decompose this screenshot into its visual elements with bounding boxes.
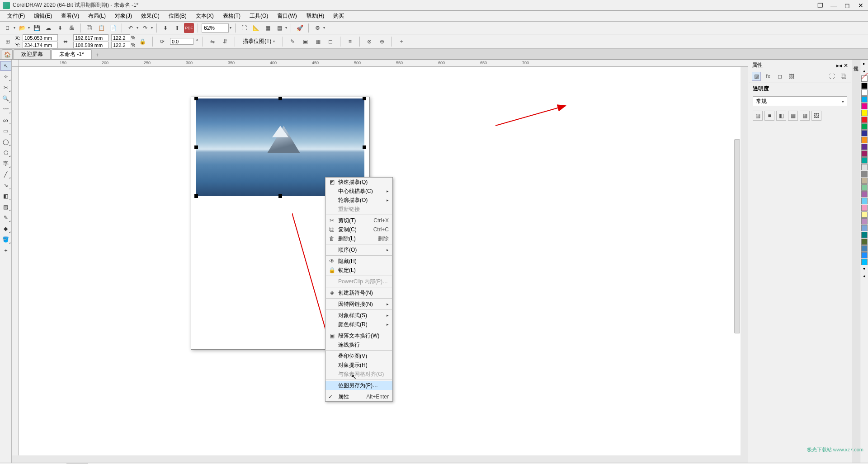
shape-tool[interactable]: ✧ <box>0 72 11 82</box>
palette-expand-icon[interactable]: ◂ <box>861 273 868 280</box>
menu-text[interactable]: 文本(X) <box>192 11 217 21</box>
vertical-ruler[interactable] <box>12 67 19 455</box>
ruler-origin[interactable] <box>12 60 19 67</box>
mirror-h-button[interactable]: ⇋ <box>208 37 217 47</box>
guides-button[interactable]: ▤ <box>274 23 284 33</box>
close-icon[interactable]: ✕ <box>856 2 865 9</box>
import-button[interactable]: ⬇ <box>160 23 170 33</box>
color-swatch-8[interactable] <box>861 137 868 143</box>
color-swatch-1[interactable] <box>861 89 868 96</box>
redo-button[interactable]: ↷ <box>140 23 150 33</box>
open-button[interactable]: 📂 <box>17 23 27 33</box>
cm-quick-trace[interactable]: ◩快速描摹(Q) <box>326 178 392 187</box>
color-swatch-5[interactable] <box>861 117 868 123</box>
edit-bitmap-button[interactable]: ✎ <box>288 37 297 47</box>
menu-layout[interactable]: 布局(L) <box>85 11 109 21</box>
vertical-scrollbar[interactable] <box>734 139 740 333</box>
maximize-icon[interactable]: ◻ <box>843 2 852 9</box>
selection-handle-ml[interactable] <box>194 145 198 149</box>
menu-edit[interactable]: 编辑(E) <box>30 11 56 21</box>
cm-object-hint[interactable]: 对象提示(H) <box>326 361 392 370</box>
cloud-upload-button[interactable]: ☁ <box>43 23 53 33</box>
color-swatch-11[interactable] <box>861 157 868 164</box>
new-button[interactable]: 🗋 <box>3 23 13 33</box>
menu-tools[interactable]: 工具(O) <box>246 11 272 21</box>
pos-x-input[interactable] <box>23 34 58 41</box>
home-tab[interactable]: 🏠 <box>2 49 13 59</box>
menu-table[interactable]: 表格(T) <box>219 11 244 21</box>
color-swatch-4[interactable] <box>861 110 868 116</box>
minimize-icon[interactable]: — <box>829 2 838 9</box>
color-swatch-14[interactable] <box>861 178 868 184</box>
selection-handle-bm[interactable] <box>278 194 282 198</box>
copy-props-icon[interactable]: ⿻ <box>839 72 848 81</box>
color-swatch-24[interactable] <box>861 245 868 252</box>
selection-handle-bl[interactable] <box>194 194 198 198</box>
color-swatch-0[interactable] <box>861 83 868 89</box>
wrap-button[interactable]: ⊗ <box>364 37 374 47</box>
color-swatch-19[interactable] <box>861 211 868 218</box>
pos-y-input[interactable] <box>23 42 58 48</box>
align-text-button[interactable]: ≡ <box>345 37 355 47</box>
width-input[interactable] <box>73 34 108 41</box>
palette-menu-icon[interactable]: ▸ <box>861 61 868 67</box>
interactive-fill-tool[interactable]: ◆ <box>0 224 11 234</box>
trans-texture-button[interactable]: ▩ <box>800 111 810 121</box>
menu-window[interactable]: 窗口(W) <box>274 11 300 21</box>
color-swatch-23[interactable] <box>861 239 868 245</box>
color-swatch-2[interactable] <box>861 96 868 103</box>
color-swatch-7[interactable] <box>861 130 868 136</box>
zoom-tool[interactable]: 🔍 <box>0 94 11 103</box>
add-toolbar-button[interactable]: ＋ <box>396 37 406 47</box>
freehand-tool[interactable]: 〰 <box>0 104 11 114</box>
cm-hide[interactable]: 👁隐藏(H) <box>326 257 392 266</box>
canvas-area[interactable]: 150 200 250 300 350 400 450 500 550 600 … <box>12 60 748 463</box>
docker-close-icon[interactable]: ✕ <box>844 62 848 69</box>
color-swatch-18[interactable] <box>861 205 868 211</box>
selection-handle-mr[interactable] <box>363 145 366 149</box>
crop-bitmap-button[interactable]: ▦ <box>313 37 323 47</box>
rotation-input[interactable] <box>170 38 193 45</box>
document-tab[interactable]: 未命名 -1* <box>52 49 92 59</box>
menu-view[interactable]: 查看(V) <box>57 11 83 21</box>
launch-button[interactable]: 🚀 <box>295 23 305 33</box>
trans-none-button[interactable]: ▨ <box>753 111 763 121</box>
cm-lock[interactable]: 🔒锁定(L) <box>326 266 392 275</box>
cm-line-wrap[interactable]: 连线换行 <box>326 340 392 349</box>
cm-overprint-bitmap[interactable]: 叠印位图(V) <box>326 352 392 361</box>
options-button[interactable]: ⚙ <box>312 23 322 33</box>
resample-button[interactable]: ▣ <box>300 37 310 47</box>
horizontal-ruler[interactable]: 150 200 250 300 350 400 450 500 550 600 … <box>19 60 748 67</box>
eyedropper-tool[interactable]: ✎ <box>0 213 11 223</box>
export-button[interactable]: ⬆ <box>172 23 182 33</box>
polygon-tool[interactable]: ⬠ <box>0 148 11 158</box>
trans-pattern-button[interactable]: ▦ <box>788 111 798 121</box>
connector-tool[interactable]: ↘ <box>0 180 11 190</box>
selection-handle-tr[interactable] <box>363 97 366 100</box>
color-swatch-17[interactable] <box>861 198 868 204</box>
trace-bitmap-button[interactable]: 描摹位图(T) ▾ <box>240 37 278 47</box>
clipboard-button[interactable]: 📄 <box>108 23 118 33</box>
cm-properties[interactable]: ✓属性Alt+Enter <box>326 392 392 401</box>
menu-effects[interactable]: 效果(C) <box>137 11 163 21</box>
grid-button[interactable]: ▦ <box>263 23 273 33</box>
trans-bitmap-button[interactable]: 🖼 <box>811 111 821 121</box>
docker-collapse-icon[interactable]: ▸◂ <box>836 62 842 69</box>
cm-order[interactable]: 顺序(O)▸ <box>326 245 392 254</box>
bitmap-tab-icon[interactable]: 🖼 <box>787 72 796 81</box>
menu-buy[interactable]: 购买 <box>330 11 348 21</box>
trans-fountain-button[interactable]: ◧ <box>776 111 786 121</box>
drop-shadow-tool[interactable]: ◧ <box>0 191 11 201</box>
transparency-tab-icon[interactable]: ▨ <box>752 72 761 81</box>
color-swatch-10[interactable] <box>861 150 868 157</box>
smart-fill-tool[interactable]: 🪣 <box>0 234 11 244</box>
rectangle-tool[interactable]: ▭ <box>0 126 11 136</box>
crop-tool[interactable]: ✂ <box>0 83 11 93</box>
restore-down-icon[interactable]: ❐ <box>816 2 825 9</box>
scale-y-input[interactable] <box>111 42 130 48</box>
fullscreen-button[interactable]: ⛶ <box>239 23 249 33</box>
cm-cut[interactable]: ✂剪切(T)Ctrl+X <box>326 216 392 225</box>
color-swatch-20[interactable] <box>861 218 868 225</box>
cm-paragraph-wrap[interactable]: ▣段落文本换行(W) <box>326 331 392 340</box>
scale-x-input[interactable] <box>111 34 130 41</box>
